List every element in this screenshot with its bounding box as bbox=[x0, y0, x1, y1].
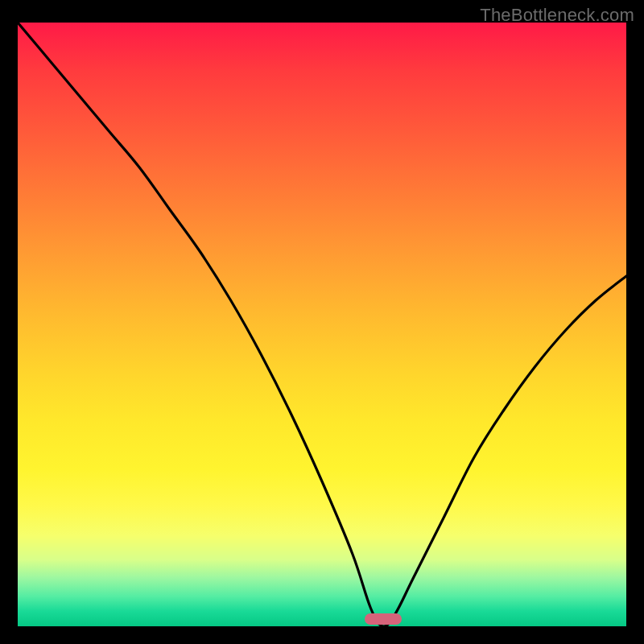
minimum-marker bbox=[365, 613, 402, 625]
bottleneck-curve bbox=[18, 23, 626, 626]
plot-area bbox=[18, 23, 626, 626]
chart-frame: TheBottleneck.com bbox=[0, 0, 644, 644]
